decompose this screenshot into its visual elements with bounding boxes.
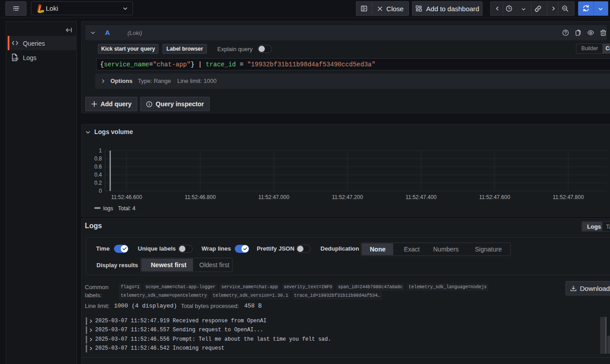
svg-text:0.8: 0.8 bbox=[94, 156, 102, 162]
svg-text:11:52:47.600: 11:52:47.600 bbox=[479, 194, 510, 200]
svg-text:Total: 4: Total: 4 bbox=[118, 205, 136, 212]
svg-text:0: 0 bbox=[99, 188, 102, 194]
svg-text:LOG: LOG bbox=[13, 57, 18, 60]
svg-text:11:52:47.800: 11:52:47.800 bbox=[553, 194, 584, 200]
svg-text:11:52:46.800: 11:52:46.800 bbox=[184, 194, 216, 200]
svg-text:11:52:47.200: 11:52:47.200 bbox=[332, 194, 363, 200]
svg-text:logs: logs bbox=[103, 205, 113, 212]
svg-text:1: 1 bbox=[99, 147, 102, 154]
svg-text:11:52:47.400: 11:52:47.400 bbox=[405, 194, 437, 200]
svg-text:0.6: 0.6 bbox=[94, 164, 102, 170]
svg-text:0.2: 0.2 bbox=[94, 180, 102, 186]
svg-text:11:52:46.600: 11:52:46.600 bbox=[111, 194, 142, 200]
svg-text:0.4: 0.4 bbox=[94, 172, 102, 178]
svg-text:11:52:47.000: 11:52:47.000 bbox=[258, 194, 290, 200]
